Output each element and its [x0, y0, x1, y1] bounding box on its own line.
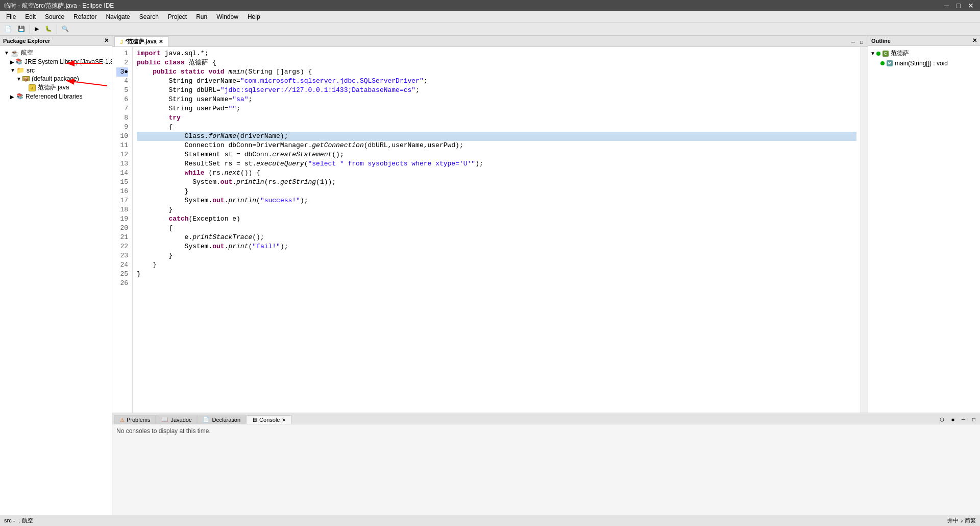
code-line-10: Class.forName(driverName);: [137, 132, 856, 141]
editor-scrollbar[interactable]: [861, 47, 868, 413]
console-icon: 🖥: [252, 417, 257, 423]
menu-item-source[interactable]: Source: [41, 12, 68, 21]
tree-item-jre[interactable]: ▶ 📚 JRE System Library [JavaSE-1.8]: [0, 58, 112, 66]
package-explorer-title: Package Explorer: [3, 38, 50, 44]
src-folder-icon: 📁: [16, 66, 24, 74]
bottom-tab-javadoc-label: Javadoc: [170, 417, 191, 423]
jre-icon: 📚: [15, 58, 22, 65]
code-line-23: }: [137, 251, 856, 260]
code-line-21: e.printStackTrace();: [137, 233, 856, 242]
menu-item-search[interactable]: Search: [135, 12, 163, 21]
line-num-3: 3●: [116, 67, 128, 77]
code-line-24: }: [137, 260, 856, 270]
menu-item-run[interactable]: Run: [192, 12, 211, 21]
code-line-22: System.out.print("fail!");: [137, 242, 856, 251]
tree-item-reflib[interactable]: ▶ 📚 Referenced Libraries: [0, 92, 112, 101]
tree-item-file[interactable]: ▶ J 范德萨.java: [0, 83, 112, 92]
code-line-11: Connection dbConn=DriverManager.getConne…: [137, 141, 856, 150]
pkg-icon: 📦: [22, 76, 30, 81]
menu-item-refactor[interactable]: Refactor: [69, 12, 101, 21]
bottom-tab-problems[interactable]: ⚠ Problems: [114, 415, 156, 424]
code-line-8: try: [137, 113, 856, 123]
javadoc-icon: 📖: [161, 416, 168, 423]
minimize-button[interactable]: ─: [942, 2, 951, 10]
toggle-root[interactable]: ▼: [4, 50, 9, 56]
code-line-17: System.out.println("success!");: [137, 196, 856, 205]
line-num-16: 16: [116, 187, 128, 196]
toolbar-sep-1: [30, 25, 30, 34]
toggle-src[interactable]: ▼: [10, 67, 15, 73]
main-layout: Package Explorer ✕ ▼ ☕ 航空 ▶ 📚 JRE System…: [0, 36, 980, 515]
package-explorer-close[interactable]: ✕: [104, 37, 109, 44]
outline-method-item[interactable]: M main(String[]) : void: [868, 59, 980, 68]
editor-min-btn[interactable]: ─: [849, 38, 857, 46]
toolbar-save-btn[interactable]: 💾: [15, 24, 28, 34]
menu-item-file[interactable]: File: [2, 12, 20, 21]
problems-icon: ⚠: [120, 417, 125, 423]
close-button[interactable]: ✕: [966, 2, 976, 10]
code-line-12: Statement st = dbConn.createStatement();: [137, 150, 856, 159]
toolbar: 📄 💾 ▶ 🐛 🔍: [0, 22, 980, 36]
reflib-icon: 📚: [16, 93, 23, 100]
java-file-icon: J: [29, 84, 36, 91]
menu-item-project[interactable]: Project: [164, 12, 191, 21]
menu-item-edit[interactable]: Edit: [21, 12, 40, 21]
toolbar-new-btn[interactable]: 📄: [2, 24, 14, 34]
menu-item-help[interactable]: Help: [243, 12, 264, 21]
editor-tabs: J *范德萨.java ✕ ─ □: [112, 36, 868, 47]
tree-item-pkg[interactable]: ▼ 📦 (default package): [0, 75, 112, 83]
tree-item-root[interactable]: ▼ ☕ 航空: [0, 48, 112, 58]
outline-method-name: main(String[]) : void: [895, 60, 948, 67]
outline-class-dot: [876, 52, 880, 56]
menu-bar: FileEditSourceRefactorNavigateSearchProj…: [0, 11, 980, 22]
menu-item-window[interactable]: Window: [212, 12, 242, 21]
line-num-25: 25: [116, 270, 128, 279]
tree-item-src[interactable]: ▼ 📁 src: [0, 66, 112, 75]
toggle-jre[interactable]: ▶: [10, 59, 14, 65]
line-num-21: 21: [116, 233, 128, 242]
editor-outline-row: J *范德萨.java ✕ ─ □ 1 2 3● 4 5: [112, 36, 980, 413]
console-tab-close[interactable]: ✕: [282, 417, 286, 423]
toolbar-run-btn[interactable]: ▶: [32, 24, 41, 34]
status-left: src - ，航空: [4, 517, 33, 524]
toolbar-debug-btn[interactable]: 🐛: [42, 24, 55, 34]
outline-toggle[interactable]: ▼: [870, 51, 875, 56]
title-bar-text: 临时 - 航空/src/范德萨.java - Eclipse IDE: [4, 2, 114, 10]
editor-tab-controls: ─ □: [849, 38, 868, 46]
tab-close[interactable]: ✕: [159, 39, 163, 44]
code-line-6: String userName="sa";: [137, 95, 856, 104]
tab-label: *范德萨.java: [125, 38, 157, 45]
bottom-tabs: ⚠ Problems 📖 Javadoc 📄 Declaration 🖥 Con…: [112, 413, 980, 424]
console-clear-btn[interactable]: ⬡: [937, 415, 947, 424]
line-num-1: 1: [116, 49, 128, 58]
line-num-22: 22: [116, 242, 128, 251]
title-bar: 临时 - 航空/src/范德萨.java - Eclipse IDE ─ □ ✕: [0, 0, 980, 11]
code-line-15: System.out.println(rs.getString(1));: [137, 178, 856, 187]
console-min-btn[interactable]: ─: [959, 415, 968, 424]
package-explorer-tree: ▼ ☕ 航空 ▶ 📚 JRE System Library [JavaSE-1.…: [0, 46, 112, 515]
editor-max-btn[interactable]: □: [857, 38, 866, 46]
line-num-13: 13: [116, 159, 128, 169]
toggle-pkg[interactable]: ▼: [16, 76, 21, 82]
console-text: No consoles to display at this time.: [116, 427, 211, 435]
editor-content: 1 2 3● 4 5 6 7 8 9 10 11 12 13 14: [112, 47, 868, 413]
project-icon: ☕: [10, 49, 19, 57]
toggle-reflib[interactable]: ▶: [10, 94, 15, 100]
console-max-btn[interactable]: □: [970, 415, 978, 424]
editor-tab-main[interactable]: J *范德萨.java ✕: [114, 36, 168, 46]
toolbar-search-btn[interactable]: 🔍: [59, 24, 71, 34]
line-num-19: 19: [116, 214, 128, 224]
console-stop-btn[interactable]: ■: [949, 415, 957, 424]
bottom-tab-declaration[interactable]: 📄 Declaration: [197, 415, 246, 424]
line-num-18: 18: [116, 205, 128, 214]
bottom-tab-javadoc[interactable]: 📖 Javadoc: [156, 415, 197, 424]
outline-method-dot: [880, 61, 885, 65]
outline-close[interactable]: ✕: [972, 37, 977, 44]
editor-area: J *范德萨.java ✕ ─ □ 1 2 3● 4 5: [112, 36, 868, 413]
menu-item-navigate[interactable]: Navigate: [102, 12, 134, 21]
code-area[interactable]: import java.sql.*; public class 范德萨 { pu…: [133, 47, 861, 413]
outline-class-item[interactable]: ▼ C 范德萨: [868, 48, 980, 59]
maximize-button[interactable]: □: [954, 2, 963, 10]
status-bar: src - ，航空 井中 ♪ 简繁: [0, 515, 980, 526]
bottom-tab-console[interactable]: 🖥 Console ✕: [246, 415, 291, 424]
